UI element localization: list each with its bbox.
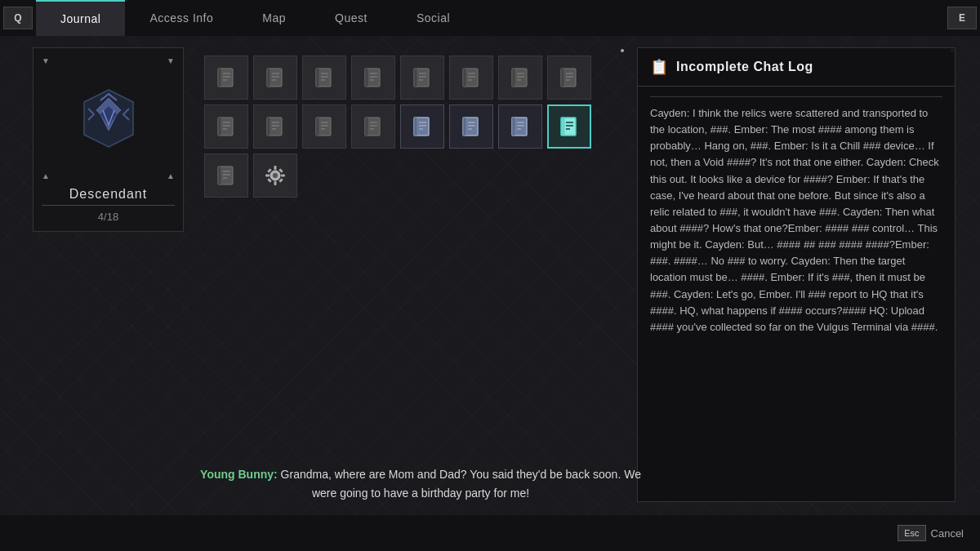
book-icon	[506, 113, 534, 140]
svg-rect-49	[267, 118, 270, 136]
items-grid	[196, 47, 670, 211]
grid-item-2-8[interactable]	[547, 104, 591, 149]
svg-rect-69	[463, 118, 466, 136]
arrow-right-top: ▼	[167, 56, 175, 65]
panel-title: Incomplete Chat Log	[676, 60, 813, 74]
book-icon	[261, 113, 289, 140]
character-panel: ▼ ▼ ▲ ▲ Descendant 4/18	[33, 47, 184, 232]
svg-rect-84	[218, 167, 221, 184]
svg-rect-54	[316, 118, 319, 136]
panel-content[interactable]: Cayden: I think the relics were scattere…	[638, 87, 955, 499]
book-icon	[555, 64, 583, 91]
book-icon	[212, 113, 240, 140]
book-icon	[310, 64, 338, 91]
svg-rect-92	[265, 175, 270, 177]
grid-item-1-5[interactable]	[400, 56, 444, 100]
grid-item-2-1[interactable]	[204, 104, 248, 149]
nav-bar: Q Journal Access Info Map Quest Social E	[0, 0, 980, 36]
grid-item-1-6[interactable]	[449, 56, 493, 100]
character-portrait	[60, 69, 158, 167]
grid-item-2-2[interactable]	[253, 104, 297, 149]
svg-point-89	[273, 173, 278, 178]
book-icon	[555, 113, 583, 140]
decoration-dot-tl	[621, 49, 624, 52]
svg-rect-19	[365, 69, 368, 87]
book-icon	[506, 64, 534, 91]
svg-rect-44	[218, 118, 221, 136]
grid-item-1-7[interactable]	[498, 56, 542, 100]
grid-item-2-7[interactable]	[498, 104, 542, 149]
svg-rect-4	[218, 69, 221, 87]
dialogue-text: Grandma, where are Mom and Dad? You said…	[281, 468, 641, 499]
character-name: Descendant	[69, 187, 147, 202]
grid-item-1-3[interactable]	[302, 56, 346, 100]
book-icon	[457, 113, 485, 140]
svg-rect-90	[274, 166, 277, 170]
grid-row-3	[204, 153, 662, 198]
grid-item-3-2[interactable]	[253, 153, 297, 198]
chat-log-text: Cayden: I think the relics were scattere…	[650, 105, 942, 335]
grid-item-3-1[interactable]	[204, 153, 248, 198]
svg-rect-93	[281, 175, 285, 177]
panel-divider	[650, 96, 942, 97]
panel-icon: 📋	[650, 58, 668, 76]
grid-row-1	[204, 56, 662, 100]
book-icon	[212, 64, 240, 91]
chat-log-panel: 📋 Incomplete Chat Log Cayden: I think th…	[637, 47, 956, 502]
character-arrows-top: ▼ ▼	[42, 56, 175, 65]
tab-access-info[interactable]: Access Info	[125, 0, 238, 36]
grid-item-1-2[interactable]	[253, 56, 297, 100]
book-icon	[261, 64, 289, 91]
book-icon	[359, 113, 387, 140]
tab-quest[interactable]: Quest	[310, 0, 392, 36]
svg-rect-79	[561, 118, 564, 136]
svg-rect-34	[512, 69, 515, 87]
dialogue-bar: Young Bunny: Grandma, where are Mom and …	[196, 465, 645, 502]
svg-rect-9	[267, 69, 270, 87]
e-key-button[interactable]: E	[947, 7, 977, 29]
grid-item-2-4[interactable]	[351, 104, 395, 149]
arrow-left-bottom: ▲	[42, 171, 50, 180]
character-arrows-bottom: ▲ ▲	[42, 171, 175, 180]
tab-journal[interactable]: Journal	[36, 0, 125, 36]
grid-item-1-8[interactable]	[547, 56, 591, 100]
book-icon	[408, 64, 436, 91]
q-key-button[interactable]: Q	[3, 7, 33, 29]
arrow-left-top: ▼	[42, 56, 50, 65]
svg-rect-39	[561, 69, 564, 87]
book-icon	[408, 113, 436, 140]
grid-item-2-3[interactable]	[302, 104, 346, 149]
book-icon	[457, 64, 485, 91]
esc-key-button[interactable]: Esc	[898, 525, 925, 541]
grid-item-2-6[interactable]	[449, 104, 493, 149]
tab-social[interactable]: Social	[392, 0, 474, 36]
grid-row-2	[204, 104, 662, 149]
grid-item-2-5[interactable]	[400, 104, 444, 149]
grid-item-1-1[interactable]	[204, 56, 248, 100]
panel-header: 📋 Incomplete Chat Log	[638, 48, 955, 87]
book-icon	[310, 113, 338, 140]
arrow-right-bottom: ▲	[167, 171, 175, 180]
cancel-label: Cancel	[931, 527, 964, 540]
svg-rect-59	[365, 118, 368, 136]
bottom-bar: Esc Cancel	[0, 515, 980, 551]
gear-icon	[261, 162, 289, 189]
book-icon	[359, 64, 387, 91]
character-emblem	[76, 86, 141, 151]
svg-rect-24	[414, 69, 417, 87]
svg-rect-14	[316, 69, 319, 87]
dialogue-speaker: Young Bunny:	[200, 468, 278, 481]
svg-rect-74	[512, 118, 515, 136]
svg-rect-64	[414, 118, 417, 136]
grid-item-1-4[interactable]	[351, 56, 395, 100]
book-icon	[212, 162, 240, 189]
tab-map[interactable]: Map	[238, 0, 310, 36]
svg-rect-29	[463, 69, 466, 87]
character-progress: 4/18	[42, 205, 175, 223]
svg-rect-91	[274, 181, 277, 185]
